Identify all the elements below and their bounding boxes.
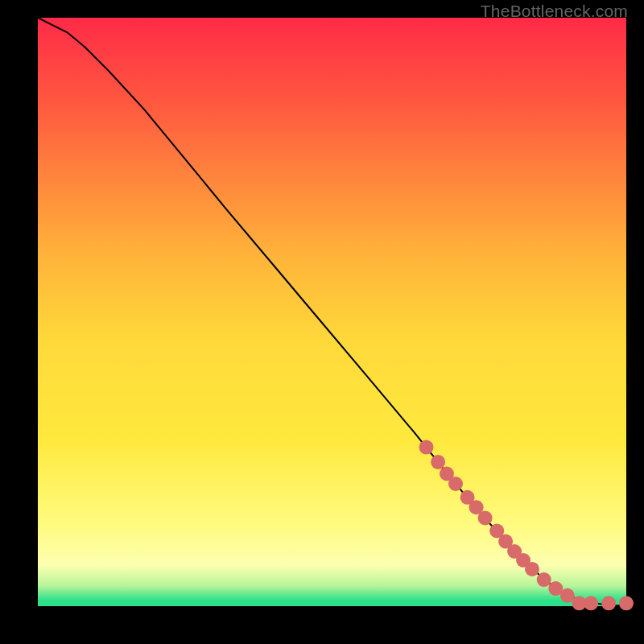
curve-line [38,18,626,605]
marker-point [431,455,445,469]
marker-point [601,596,616,610]
plot-area [38,18,626,606]
chart-frame: TheBottleneck.com [0,0,644,644]
marker-point [525,562,539,576]
marker-point [448,477,463,491]
marker-point [537,572,551,587]
scatter-markers [419,440,634,611]
marker-point [584,596,598,610]
curve-path [38,18,626,605]
marker-point [619,596,634,610]
chart-svg [38,18,626,606]
marker-point [478,510,493,525]
marker-point [419,440,434,455]
